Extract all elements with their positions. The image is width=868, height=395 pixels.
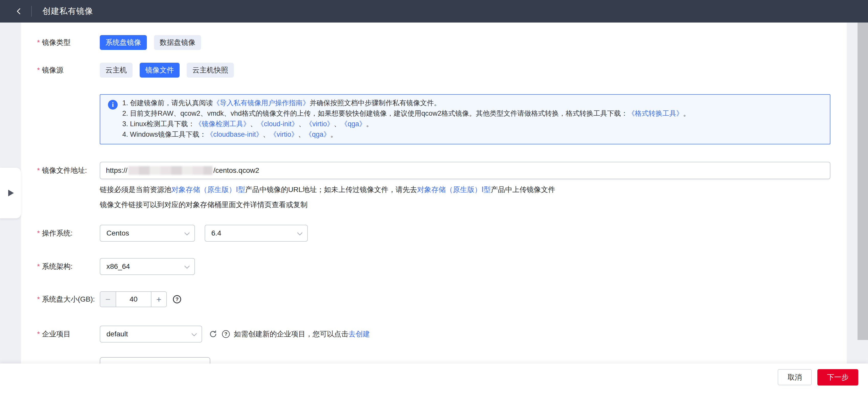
page-header: 创建私有镜像 bbox=[0, 0, 868, 23]
url-help-line-1: 链接必须是当前资源池对象存储（原生版）Ⅰ型产品中镜像的URL地址；如未上传过镜像… bbox=[100, 185, 555, 195]
virtio-link[interactable]: 《virtio》 bbox=[305, 120, 334, 128]
image-source-label: * 镜像源 bbox=[37, 65, 100, 75]
back-button[interactable] bbox=[11, 4, 27, 19]
image-source-row: * 镜像源 云主机 镜像文件 云主机快照 bbox=[37, 63, 241, 78]
image-source-option-snapshot[interactable]: 云主机快照 bbox=[187, 63, 234, 78]
sidebar-expand-tab[interactable] bbox=[0, 168, 21, 218]
enterprise-project-row: * 企业项目 default ? 如需创建新的企业项目，您可以点击去创建 bbox=[37, 326, 370, 342]
image-type-label: * 镜像类型 bbox=[37, 38, 100, 47]
image-type-option-system-disk[interactable]: 系统盘镜像 bbox=[100, 35, 147, 50]
cloudbase-init-link[interactable]: 《cloudbase-init》 bbox=[207, 131, 263, 138]
required-asterisk: * bbox=[37, 262, 40, 271]
required-asterisk: * bbox=[37, 38, 40, 47]
os-name-select[interactable]: Centos bbox=[100, 225, 195, 242]
page-title: 创建私有镜像 bbox=[42, 6, 93, 17]
disk-size-label: * 系统盘大小(GB): bbox=[37, 294, 100, 304]
os-label: * 操作系统: bbox=[37, 228, 100, 238]
chevron-down-icon bbox=[296, 230, 304, 237]
notice-line-3: 3. Linux检测工具下载：《镜像检测工具》、《cloud-init》、《vi… bbox=[122, 119, 822, 129]
arch-label: * 系统架构: bbox=[37, 262, 100, 271]
enterprise-project-hint: 如需创建新的企业项目，您可以点击去创建 bbox=[234, 329, 370, 339]
arch-row: * 系统架构: x86_64 bbox=[37, 258, 195, 275]
stepper-plus-button[interactable]: + bbox=[151, 292, 166, 307]
create-project-link[interactable]: 去创建 bbox=[348, 330, 370, 338]
image-file-url-row: * 镜像文件地址: https:// /centos.qcow2 bbox=[37, 162, 830, 179]
cancel-button[interactable]: 取消 bbox=[778, 369, 812, 385]
required-asterisk: * bbox=[37, 295, 40, 303]
notice-line-1: 1. 创建镜像前，请先认真阅读《导入私有镜像用户操作指南》并确保按照文档中步骤制… bbox=[122, 98, 822, 108]
url-suffix: /centos.qcow2 bbox=[213, 166, 259, 175]
triangle-right-icon bbox=[8, 190, 14, 196]
object-storage-link-2[interactable]: 对象存储（原生版）Ⅰ型 bbox=[417, 186, 491, 194]
virtio-link-win[interactable]: 《virtio》 bbox=[270, 131, 298, 138]
format-tool-link[interactable]: 《格式转换工具》 bbox=[628, 110, 683, 117]
image-file-url-input[interactable]: https:// /centos.qcow2 bbox=[100, 162, 830, 179]
refresh-icon[interactable] bbox=[209, 330, 217, 338]
disk-size-help-icon[interactable]: ? bbox=[173, 295, 181, 303]
guide-link[interactable]: 《导入私有镜像用户操作指南》 bbox=[213, 99, 310, 107]
next-step-button[interactable]: 下一步 bbox=[817, 369, 858, 386]
url-prefix: https:// bbox=[106, 166, 127, 175]
notice-line-2: 2. 目前支持RAW、qcow2、vmdk、vhd格式的镜像文件的上传，如果想要… bbox=[122, 108, 822, 119]
url-redacted-segment bbox=[128, 166, 213, 175]
image-check-tool-link[interactable]: 《镜像检测工具》 bbox=[195, 120, 250, 128]
header-divider bbox=[31, 6, 32, 17]
os-row: * 操作系统: Centos 6.4 bbox=[37, 225, 308, 242]
arch-select[interactable]: x86_64 bbox=[100, 258, 195, 275]
chevron-down-icon bbox=[183, 263, 191, 271]
image-source-option-image-file[interactable]: 镜像文件 bbox=[140, 63, 180, 78]
enterprise-project-select[interactable]: default bbox=[100, 326, 202, 342]
stepper-minus-button[interactable]: − bbox=[100, 292, 116, 307]
url-help-line-2: 镜像文件链接可以到对应的对象存储桶里面文件详情页查看或复制 bbox=[100, 200, 308, 210]
chevron-down-icon bbox=[183, 230, 191, 237]
required-asterisk: * bbox=[37, 229, 40, 237]
chevron-left-icon bbox=[15, 7, 23, 16]
required-asterisk: * bbox=[37, 330, 40, 338]
cloud-init-link[interactable]: 《cloud-init》 bbox=[257, 120, 299, 128]
disk-size-stepper: − 40 + bbox=[100, 291, 167, 307]
notice-box: i 1. 创建镜像前，请先认真阅读《导入私有镜像用户操作指南》并确保按照文档中步… bbox=[100, 94, 830, 144]
object-storage-link-1[interactable]: 对象存储（原生版）Ⅰ型 bbox=[172, 186, 245, 194]
info-icon: i bbox=[108, 100, 118, 110]
notice-lines: 1. 创建镜像前，请先认真阅读《导入私有镜像用户操作指南》并确保按照文档中步骤制… bbox=[122, 98, 822, 140]
disk-size-row: * 系统盘大小(GB): − 40 + ? bbox=[37, 291, 181, 307]
image-type-row: * 镜像类型 系统盘镜像 数据盘镜像 bbox=[37, 35, 208, 50]
footer-bar: 取消 下一步 bbox=[0, 364, 868, 395]
image-source-option-cloud-host[interactable]: 云主机 bbox=[100, 63, 132, 78]
os-version-select[interactable]: 6.4 bbox=[205, 225, 308, 242]
enterprise-project-label: * 企业项目 bbox=[37, 329, 100, 339]
enterprise-project-help-icon[interactable]: ? bbox=[222, 330, 230, 338]
chevron-down-icon bbox=[190, 331, 198, 338]
required-asterisk: * bbox=[37, 166, 40, 175]
disk-size-value[interactable]: 40 bbox=[116, 292, 151, 307]
qga-link-win[interactable]: 《qga》 bbox=[305, 131, 330, 138]
qga-link[interactable]: 《qga》 bbox=[341, 120, 366, 128]
image-type-option-data-disk[interactable]: 数据盘镜像 bbox=[154, 35, 201, 50]
image-file-url-label: * 镜像文件地址: bbox=[37, 166, 100, 175]
vertical-scrollbar[interactable] bbox=[858, 23, 868, 340]
required-asterisk: * bbox=[37, 66, 40, 74]
notice-line-4: 4. Windows镜像工具下载：《cloudbase-init》、《virti… bbox=[122, 129, 822, 140]
